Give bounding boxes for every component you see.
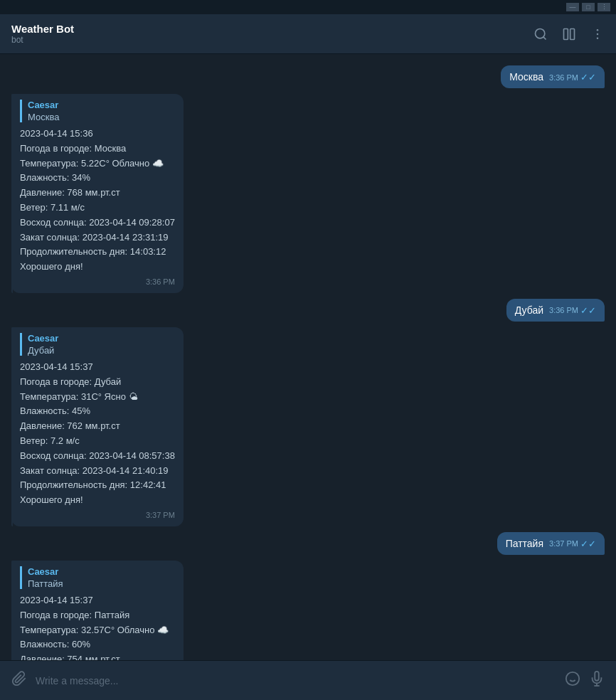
sender-name: Caesar	[28, 333, 175, 344]
svg-rect-2	[564, 28, 568, 39]
svg-point-0	[536, 28, 545, 38]
menu-dots-button[interactable]: ⋮	[598, 3, 610, 11]
message-body: 2023-04-14 15:37 Погода в городе: ДубайТ…	[20, 360, 175, 508]
city-label: Дубай	[28, 345, 175, 356]
more-options-icon[interactable]	[590, 27, 605, 41]
svg-rect-3	[570, 28, 575, 39]
incoming-message: Caesar Паттайя 2023-04-14 15:37 Погода в…	[11, 561, 184, 660]
outgoing-text: Москва	[509, 71, 543, 83]
read-checkmarks: ✓✓	[580, 539, 596, 549]
microphone-icon[interactable]	[589, 671, 605, 690]
message-line: Продолжительность дня: 12:42:41	[20, 478, 175, 493]
input-area	[0, 660, 616, 700]
message-line: Давление: 754 мм.рт.ст	[20, 652, 175, 660]
sender-name: Caesar	[28, 100, 175, 110]
outgoing-text: Паттайя	[506, 538, 543, 549]
read-checkmarks: ✓✓	[580, 305, 596, 316]
message-body: 2023-04-14 15:36 Погода в городе: Москва…	[20, 127, 175, 275]
message-line: Давление: 762 мм.рт.ст	[20, 419, 175, 434]
outgoing-message: Москва 3:36 PM ✓✓	[501, 65, 605, 88]
message-line: Ветер: 7.11 м/с	[20, 201, 175, 216]
message-line: Хорошего дня!	[20, 493, 175, 508]
read-checkmarks: ✓✓	[580, 72, 596, 83]
outgoing-text: Дубай	[515, 304, 543, 316]
incoming-time: 3:36 PM	[146, 277, 175, 286]
chat-title: Weather Bot	[11, 23, 533, 35]
time-row: 3:36 PM	[20, 277, 175, 286]
outgoing-time: 3:36 PM ✓✓	[549, 305, 596, 316]
message-line: Продолжительность дня: 14:03:12	[20, 245, 175, 260]
message-line: Восход солнца: 2023-04-14 09:28:07	[20, 216, 175, 230]
incoming-message-wrap: Caesar Дубай 2023-04-14 15:37 Погода в г…	[11, 327, 605, 526]
city-label: Москва	[28, 112, 175, 122]
sender-block: Caesar Паттайя	[20, 566, 175, 589]
outgoing-message-wrap: Москва 3:36 PM ✓✓	[11, 65, 605, 88]
message-line: Давление: 768 мм.рт.ст	[20, 186, 175, 201]
message-line: Влажность: 60%	[20, 637, 175, 652]
sender-name: Caesar	[28, 566, 175, 577]
timestamp-line: 2023-04-14 15:37	[20, 593, 175, 608]
message-body: 2023-04-14 15:37 Погода в городе: Паттай…	[20, 593, 175, 660]
chat-subtitle: bot	[11, 35, 533, 45]
sender-block: Caesar Москва	[20, 100, 175, 122]
svg-point-5	[597, 33, 599, 35]
incoming-time: 3:37 PM	[146, 511, 175, 519]
city-label: Паттайя	[28, 578, 175, 589]
message-line: Температура: 5.22С° Облачно ☁️	[20, 157, 175, 171]
svg-point-6	[597, 37, 599, 39]
incoming-message: Caesar Москва 2023-04-14 15:36 Погода в …	[11, 94, 184, 293]
outgoing-message: Паттайя 3:37 PM ✓✓	[497, 532, 605, 555]
header-icons	[533, 27, 605, 41]
message-line: Хорошего дня!	[20, 260, 175, 275]
maximize-button[interactable]: □	[582, 3, 595, 11]
svg-line-1	[543, 36, 546, 39]
incoming-message-wrap: Caesar Паттайя 2023-04-14 15:37 Погода в…	[11, 561, 605, 660]
outgoing-message-wrap: Паттайя 3:37 PM ✓✓	[11, 532, 605, 555]
message-line: Погода в городе: Дубай	[20, 375, 175, 390]
outgoing-time: 3:36 PM ✓✓	[549, 72, 596, 83]
attachment-icon[interactable]	[11, 671, 27, 690]
timestamp-line: 2023-04-14 15:37	[20, 360, 175, 375]
message-line: Погода в городе: Москва	[20, 142, 175, 157]
svg-point-4	[597, 28, 599, 31]
message-line: Температура: 32.57С° Облачно ☁️	[20, 623, 175, 638]
outgoing-time: 3:37 PM ✓✓	[549, 539, 596, 549]
message-line: Погода в городе: Паттайя	[20, 608, 175, 623]
emoji-icon[interactable]	[565, 671, 580, 690]
columns-icon[interactable]	[562, 27, 576, 41]
svg-point-7	[566, 672, 579, 685]
message-line: Ветер: 7.2 м/с	[20, 434, 175, 449]
time-row: 3:37 PM	[20, 511, 175, 519]
minimize-button[interactable]: —	[566, 3, 579, 11]
message-line: Влажность: 45%	[20, 404, 175, 419]
outgoing-message-wrap: Дубай 3:36 PM ✓✓	[11, 299, 605, 322]
message-line: Закат солнца: 2023-04-14 21:40:19	[20, 464, 175, 479]
incoming-message-wrap: Caesar Москва 2023-04-14 15:36 Погода в …	[11, 94, 605, 293]
message-input[interactable]	[36, 675, 556, 686]
timestamp-line: 2023-04-14 15:36	[20, 127, 175, 142]
chat-header: Weather Bot bot	[0, 14, 616, 54]
message-line: Восход солнца: 2023-04-14 08:57:38	[20, 449, 175, 464]
search-icon[interactable]	[533, 27, 548, 41]
message-line: Температура: 31С° Ясно 🌤	[20, 390, 175, 405]
chat-area: Москва 3:36 PM ✓✓ Caesar Москва 2023-04-…	[0, 54, 616, 660]
message-line: Закат солнца: 2023-04-14 23:31:19	[20, 230, 175, 245]
outgoing-message: Дубай 3:36 PM ✓✓	[506, 299, 605, 322]
incoming-message: Caesar Дубай 2023-04-14 15:37 Погода в г…	[11, 327, 184, 526]
sender-block: Caesar Дубай	[20, 333, 175, 356]
message-line: Влажность: 34%	[20, 171, 175, 186]
header-info: Weather Bot bot	[11, 23, 533, 45]
